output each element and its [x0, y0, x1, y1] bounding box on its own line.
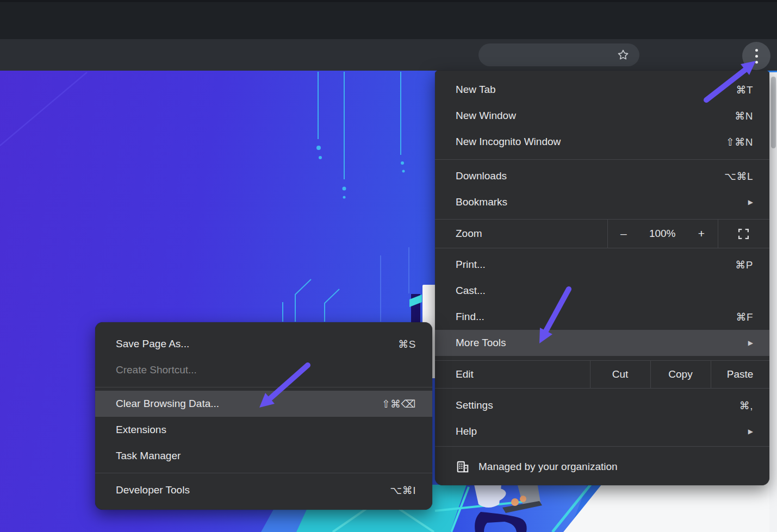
- edit-paste-button[interactable]: Paste: [711, 361, 769, 387]
- menu-item-find[interactable]: Find... ⌘F: [435, 304, 769, 330]
- more-tools-submenu: Save Page As... ⌘S Create Shortcut... Cl…: [95, 322, 432, 510]
- submenu-arrow-icon: ▶: [748, 428, 753, 435]
- zoom-in-button[interactable]: +: [698, 227, 705, 240]
- zoom-controls: – 100% +: [607, 220, 718, 248]
- zoom-level-value: 100%: [649, 228, 676, 240]
- menu-item-downloads[interactable]: Downloads ⌥⌘L: [435, 163, 769, 189]
- menu-divider: [435, 388, 769, 389]
- submenu-arrow-icon: ▶: [748, 339, 753, 347]
- edit-cut-button[interactable]: Cut: [590, 361, 650, 387]
- browser-toolbar: [0, 39, 777, 71]
- edit-copy-button[interactable]: Copy: [650, 361, 711, 387]
- menu-item-developer-tools[interactable]: Developer Tools ⌥⌘I: [95, 477, 432, 503]
- menu-item-more-tools[interactable]: More Tools ▶: [435, 330, 769, 356]
- menu-divider: [95, 473, 432, 473]
- browser-menu-button[interactable]: [742, 42, 770, 70]
- menu-item-print[interactable]: Print... ⌘P: [435, 252, 769, 278]
- menu-vertical-divider: [590, 360, 590, 388]
- menu-item-new-window[interactable]: New Window ⌘N: [435, 103, 769, 129]
- menu-divider: [435, 446, 769, 447]
- menu-item-cast[interactable]: Cast...: [435, 278, 769, 304]
- menu-item-task-manager[interactable]: Task Manager: [95, 443, 432, 469]
- menu-item-save-page-as[interactable]: Save Page As... ⌘S: [95, 331, 432, 357]
- menu-divider: [435, 159, 769, 160]
- menu-item-settings[interactable]: Settings ⌘,: [435, 392, 769, 418]
- fullscreen-button[interactable]: [718, 220, 769, 248]
- menu-item-help[interactable]: Help ▶: [435, 418, 769, 445]
- menu-item-clear-browsing-data[interactable]: Clear Browsing Data... ⇧⌘⌫: [95, 391, 432, 417]
- menu-vertical-divider: [607, 219, 608, 248]
- menu-divider: [95, 387, 432, 387]
- menu-item-new-tab[interactable]: New Tab ⌘T: [435, 77, 769, 103]
- menu-item-extensions[interactable]: Extensions: [95, 417, 432, 443]
- menu-item-create-shortcut: Create Shortcut...: [95, 357, 432, 383]
- organization-building-icon: [456, 460, 470, 474]
- browser-tab-strip: [0, 0, 777, 39]
- fullscreen-icon: [738, 228, 749, 240]
- menu-item-new-incognito-window[interactable]: New Incognito Window ⇧⌘N: [435, 129, 769, 155]
- kebab-menu-icon: [755, 49, 758, 52]
- menu-divider: [435, 248, 769, 248]
- bookmark-star-icon[interactable]: [617, 48, 630, 61]
- menu-item-managed-by-organization[interactable]: Managed by your organization: [435, 454, 769, 480]
- chrome-main-menu: New Tab ⌘T New Window ⌘N New Incognito W…: [435, 71, 769, 485]
- address-bar[interactable]: [478, 43, 639, 66]
- menu-vertical-divider: [650, 360, 651, 388]
- menu-vertical-divider: [711, 360, 711, 388]
- scrollbar-thumb[interactable]: [771, 77, 776, 148]
- zoom-out-button[interactable]: –: [620, 227, 627, 240]
- submenu-arrow-icon: ▶: [748, 198, 753, 206]
- menu-vertical-divider: [718, 219, 718, 248]
- menu-item-bookmarks[interactable]: Bookmarks ▶: [435, 189, 769, 215]
